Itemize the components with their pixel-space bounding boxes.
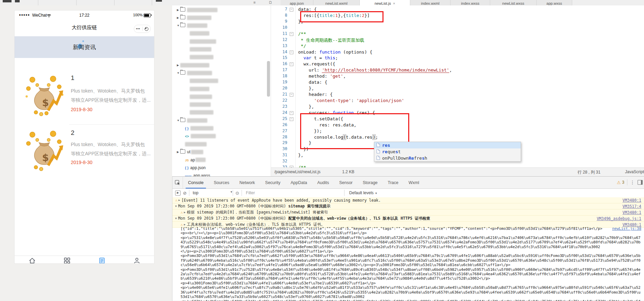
chevron-down-icon[interactable]: ▼ (177, 119, 180, 122)
code-line-22[interactable]: 22 'content-type': 'application/json' (271, 98, 644, 104)
fold-icon[interactable]: − (290, 8, 293, 12)
code-line-16[interactable]: 16− wx.request({ (271, 61, 644, 67)
autocomplete-item[interactable]: res (374, 142, 521, 148)
fold-icon[interactable]: − (290, 62, 293, 66)
devtools-tab-appdata[interactable]: AppData (286, 177, 312, 188)
clear-console-icon[interactable]: ⊘ (183, 190, 187, 196)
devtools-tab-console[interactable]: Console (183, 177, 209, 188)
tree-row[interactable] (172, 54, 271, 61)
filter-input[interactable]: Filter (246, 190, 344, 195)
source-link[interactable]: VM3496_asdebug.js:1 (594, 216, 644, 221)
fold-icon[interactable]: − (290, 93, 293, 97)
code-line-17[interactable]: 17 url: 'http://localhost:8080/YFCMF/hom… (271, 67, 644, 74)
autocomplete-item[interactable]: request (374, 148, 521, 155)
tree-row[interactable]: { } (172, 125, 271, 132)
dock-side-icon[interactable] (638, 180, 643, 185)
chevron-down-icon[interactable]: ▼ (177, 24, 180, 27)
expand-icon[interactable]: ▶ (184, 223, 186, 226)
kebab-menu-icon[interactable]: ⋮ (630, 180, 635, 185)
fold-icon[interactable]: − (290, 111, 293, 115)
chevron-right-icon[interactable]: ▶ (177, 64, 180, 67)
source-link[interactable]: newList.js:38 (610, 226, 644, 231)
fold-icon[interactable]: − (290, 32, 293, 36)
tree-row[interactable]: ▶ (172, 6, 271, 14)
eye-icon[interactable]: ⊙ (235, 190, 239, 196)
devtools-tab-storage[interactable]: Storage (358, 177, 383, 188)
console-warning-row[interactable]: ▼Mon Sep 09 2019 17:23:00 GMT+0800 (中国标准… (172, 216, 644, 222)
autocomplete-item[interactable]: onPullDownRefresh (374, 155, 521, 161)
tree-row[interactable]: ▶ (172, 61, 271, 69)
code-editor[interactable]: 7−data: {8 res:[{title:1},{title:2}]9},1… (271, 5, 644, 167)
code-line-11[interactable]: 11−/** (271, 31, 644, 37)
expand-icon[interactable]: ▶ (179, 199, 180, 202)
tree-row-ap[interactable]: JSap (172, 156, 271, 164)
devtools-tab-security[interactable]: Security (260, 177, 286, 188)
more-icon[interactable]: ••• (134, 27, 142, 31)
language-mode[interactable]: JavaScript (625, 169, 644, 174)
chevron-right-icon[interactable]: ▶ (177, 8, 180, 12)
expand-open-icon[interactable]: ▼ (175, 205, 177, 208)
code-line-12[interactable]: 12 * 生命周期函数--监听页面加载 (271, 37, 644, 43)
warning-count[interactable]: 3 (622, 180, 624, 185)
fold-icon[interactable]: − (290, 51, 293, 54)
source-link[interactable]: VM3480:1 (620, 198, 644, 203)
console-warning-row[interactable]: ⚠▶[Event] 11 listeners of event AppRoute… (172, 197, 644, 203)
devtools-tab-wxml[interactable]: Wxml (403, 177, 424, 188)
expand-open-icon[interactable]: ▼ (175, 217, 177, 220)
editor-tab-index.wxss[interactable]: index.wxss (451, 0, 490, 6)
capsule-button[interactable]: ••• (134, 25, 151, 33)
close-icon[interactable]: × (393, 1, 395, 5)
code-line-18[interactable]: 18 method: 'get', (271, 74, 644, 80)
file-icon[interactable]: 🗋 (269, 0, 272, 4)
autocomplete-popup[interactable]: resrequestonPullDownRefresh (374, 142, 521, 162)
tree-row[interactable]: ▶ (172, 14, 271, 21)
code-line-19[interactable]: 19 data: { (271, 80, 644, 86)
tree-row[interactable] (172, 109, 271, 116)
devtools-tab-network[interactable]: Network (234, 177, 260, 188)
console-warning-row[interactable]: ⚠▶根据 sitemap 的规则[0]，当前页面 [pages/newList/… (172, 209, 644, 216)
code-line-33[interactable]: 33−/** (271, 165, 644, 167)
tree-row[interactable] (172, 38, 271, 45)
tree-row[interactable]: ▼ (172, 22, 271, 29)
expand-icon[interactable]: ▶ (184, 211, 186, 214)
tabbar-item-资讯[interactable]: 资讯 (84, 256, 119, 264)
code-line-10[interactable]: 10 (271, 25, 644, 31)
tree-row[interactable]: ▼ (172, 69, 271, 77)
source-link[interactable]: VM3517:4 (620, 204, 644, 209)
fold-icon[interactable]: − (290, 117, 293, 121)
editor-tab-newList.wxss[interactable]: newList.wxss (490, 0, 537, 6)
tabbar-item-首页[interactable]: 首页 (15, 256, 49, 264)
inspect-element-icon[interactable] (172, 177, 183, 188)
devtools-tab-audits[interactable]: Audits (312, 177, 334, 188)
code-line-21[interactable]: 21− header: { (271, 92, 644, 98)
exit-target-icon[interactable] (143, 27, 151, 31)
devtools-tab-sources[interactable]: Sources (209, 177, 234, 188)
code-line-20[interactable]: 20 }, (271, 86, 644, 92)
code-line-23[interactable]: 23 }, (271, 104, 644, 110)
tree-row-ut[interactable]: ▶ut (172, 148, 271, 156)
tree-row[interactable] (172, 77, 271, 85)
tabbar-item-我的[interactable]: 我的 (119, 256, 154, 264)
warning-icon[interactable]: ⚠ (617, 180, 621, 185)
devtools-tab-sensor[interactable]: Sensor (334, 177, 358, 188)
tree-row[interactable] (172, 85, 271, 93)
tree-row[interactable] (172, 46, 271, 53)
tree-row[interactable] (172, 101, 271, 108)
chevron-right-icon[interactable]: ▶ (177, 150, 180, 154)
code-line-13[interactable]: 13 */ (271, 43, 644, 49)
tree-row-app.json[interactable]: { }app.json (172, 164, 271, 172)
tree-row[interactable] (172, 30, 271, 37)
chevron-down-icon[interactable]: ▼ (177, 72, 180, 75)
editor-tab-newList.js[interactable]: newList.js× (360, 0, 410, 6)
devtools-tab-trace[interactable]: Trace (383, 177, 404, 188)
context-dropdown[interactable]: top▼ (193, 190, 233, 195)
code-line-15[interactable]: 15 var t = this; (271, 55, 644, 61)
tabbar-item-分类[interactable]: 分类 (49, 256, 84, 264)
editor-tab-index.wxml[interactable]: index.wxml (410, 0, 451, 6)
console-warning-row[interactable]: ▼Mon Sep 09 2019 17:23:00 GMT+0800 (中国标准… (172, 203, 644, 209)
source-link[interactable]: VM3480:1 (620, 210, 644, 215)
editor-tab-newList.wxml[interactable]: newList.wxml (313, 0, 360, 6)
menu-icon[interactable]: ≡ (253, 0, 255, 4)
tree-row[interactable] (172, 93, 271, 100)
frame-selector-icon[interactable]: ▶ (175, 190, 181, 196)
